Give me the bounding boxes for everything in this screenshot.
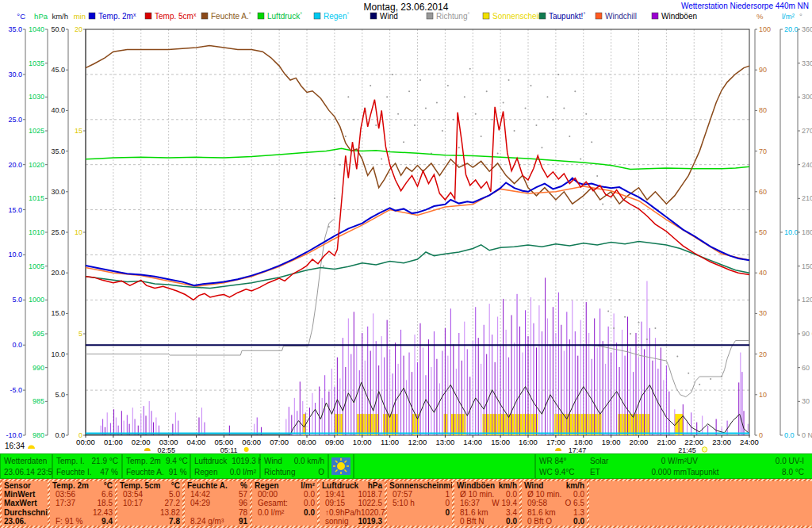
table-cell: Gesamt:0.0 [255,499,315,507]
svg-text:08:00: 08:00 [297,438,316,446]
table-column-unit: km/h [566,481,584,490]
table-label-column: SensorMinWertMaxWertDurchschnitt23.06. 2… [2,481,48,526]
table-cell: 5:10 h0 [389,499,450,507]
table-cell-time: 00:00 [255,490,278,499]
status-label: Feuchte I. [56,468,91,476]
svg-text:10: 10 [75,228,82,236]
svg-text:300: 300 [802,93,812,101]
table-column-temp-2m: Temp. 2m°C03:566.617:3718.512.43F: 91 %9… [50,481,115,526]
summary-table: SensorMinWertMaxWertDurchschnitt23.06. 2… [0,479,812,528]
svg-text:hPa: hPa [34,12,48,21]
table-cell: 0.0 l/m²0.0 [255,508,315,517]
table-cell: 09:151022.5 [322,499,382,507]
table-cell-time: 14:42 [187,490,210,499]
axis-lm: l/m²20.010.00.0 [780,12,799,439]
svg-text:21:45: 21:45 [678,446,696,453]
table-cell-value: 13.82 [160,508,180,517]
table-cell-value: 0.0 [573,517,584,526]
table-cell-value: 78 [239,508,247,517]
table-cell-value: 12.43 [93,508,113,517]
status-value: O [318,468,324,476]
svg-text:1010: 1010 [29,228,44,236]
svg-text:1020: 1020 [29,161,44,169]
status-value: 0.0 UV-I [744,457,804,465]
table-cell-time: 8.24 g/m³ [187,517,224,526]
legend-item-taupunkt-: Taupunkt!° [539,12,585,21]
svg-text:07:00: 07:00 [270,438,289,446]
svg-text:17:00: 17:00 [546,438,565,446]
sunset-icon [702,447,707,452]
svg-text:980: 980 [33,431,44,439]
svg-text:70: 70 [759,147,767,155]
table-cell-time: 16:37 [457,499,480,507]
svg-text:5: 5 [79,330,82,338]
svg-text:1035: 1035 [29,59,44,67]
status-cell-1: Temp. I.21.9 °CFeuchte I.47 % [53,454,121,478]
svg-text:10: 10 [759,391,767,399]
table-cell-time: 10:17 [120,499,143,507]
svg-text:35.0: 35.0 [51,147,65,155]
svg-text:0.0: 0.0 [55,431,65,439]
svg-text:25.0: 25.0 [8,116,22,124]
svg-text:-10.0: -10.0 [6,431,22,439]
table-column-unit: % [240,481,247,490]
legend-swatch-icon [370,13,377,19]
status-value: ET [590,468,625,476]
svg-text:40: 40 [759,269,767,277]
svg-text:20.0: 20.0 [8,161,22,169]
svg-text:Regen°: Regen° [324,12,349,21]
weather-chart: °C35.030.025.020.015.010.05.00.0-5.0-10.… [0,0,812,453]
table-cell-time: Gesamt: [255,499,288,507]
legend-item-luftdruck: Luftdruck° [258,12,302,21]
svg-text:km/h: km/h [52,12,68,21]
table-column-unit: hPa [368,481,382,490]
table-column-temp-5cm: Temp. 5cm°C03:545.010:1727.213.827.8 [117,481,182,526]
table-column-feuchte-a-: Feuchte A.%14:425704:2996788.24 g/m³91 [185,481,250,526]
svg-text:990: 990 [33,364,44,372]
svg-text:5.0: 5.0 [12,296,22,304]
svg-text:15.0: 15.0 [8,206,22,214]
table-cell-time [120,508,123,517]
table-cell: 00:000.0 [255,490,315,499]
svg-text:80: 80 [759,106,767,114]
table-cell: 17:3718.5 [52,499,113,507]
table-cell: 0 Bft O0.0 [524,517,584,526]
table-cell-value: 96 [239,499,247,507]
legend-item-temp-5cm: Temp. 5cmx [145,12,197,21]
table-cell: 81.6 km1.3 [524,508,584,517]
status-label: Temp. 2m [126,457,161,465]
table-filler [589,481,812,526]
status-value: 8.0 °C [744,468,804,476]
legend-swatch-icon [145,13,151,19]
legend-item-wind: Wind [370,12,398,21]
table-cell: 16:37W 19.4 [457,499,517,507]
svg-text:14:00: 14:00 [463,438,482,446]
table-cell: 09:58O 6.5 [524,499,584,507]
svg-text:0 N: 0 N [802,431,812,439]
svg-text:100: 100 [759,25,771,33]
status-value: 0 W/m² [625,457,687,465]
svg-text:05:00: 05:00 [214,438,233,446]
svg-text:210: 210 [802,194,812,202]
svg-text:22:00: 22:00 [684,438,703,446]
svg-text:Taupunkt!°: Taupunkt!° [549,12,585,21]
table-cell-time: 03:54 [120,490,143,499]
weather-condition-icon [329,454,353,478]
svg-text:20: 20 [75,25,82,33]
table-cell: 07:571 [389,490,450,499]
svg-text:Temp. 5cmx: Temp. 5cmx [155,12,197,21]
svg-text:20.0: 20.0 [784,25,799,33]
legend-item-windchill: Windchill [596,12,637,21]
status-value: Solar [590,457,625,465]
svg-text:995: 995 [33,330,44,338]
table-cell-time: Ø 10 min. [524,490,561,499]
table-cell-time: 03:56 [52,490,75,499]
status-value: 47 % [100,468,118,476]
svg-text:0.0: 0.0 [784,431,795,439]
day-length-label: 16:34 [5,442,25,450]
status-value: 91 % [169,468,187,476]
svg-text:50: 50 [759,228,767,236]
svg-text:10.0: 10.0 [784,228,799,236]
svg-text:10.0: 10.0 [8,251,22,258]
table-cell-value: 91 [239,517,247,526]
